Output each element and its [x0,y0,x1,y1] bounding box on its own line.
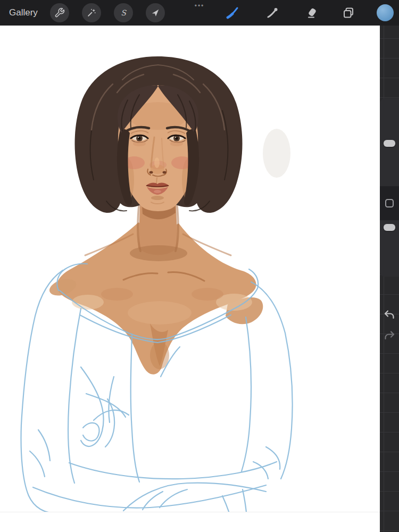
layers-icon [342,6,355,19]
selection-button[interactable]: S [114,3,133,22]
eraser-icon [306,6,319,19]
procreate-workspace: Gallery S ••• [0,0,399,532]
background-smudge [263,129,290,178]
undo-button[interactable] [383,309,396,322]
brush-size-handle[interactable] [384,140,395,147]
canvas-options-button[interactable]: ••• [190,1,209,11]
magic-wand-icon [86,7,97,18]
selection-s-glyph: S [121,9,127,17]
top-toolbar: Gallery S ••• [0,0,399,26]
modify-button[interactable] [380,186,399,220]
square-outline-icon [384,197,395,209]
canvas-artwork [0,26,380,512]
redo-button[interactable] [383,329,396,343]
undo-arrow-icon [383,309,396,322]
canvas-paint-edge [0,512,380,512]
redo-arrow-icon [383,329,396,343]
paint-tool-button[interactable] [226,6,239,19]
brush-opacity-handle[interactable] [384,224,395,231]
drawing-canvas[interactable] [0,26,380,532]
actions-button[interactable] [50,3,69,22]
paintbrush-icon [226,6,239,19]
selection-s-icon: S [118,7,129,18]
layers-button[interactable] [342,6,355,19]
brush-sidebar [380,98,399,277]
transform-arrow-icon [150,7,161,18]
erase-tool-button[interactable] [306,6,319,19]
gallery-button[interactable]: Gallery [9,0,38,26]
color-swatch[interactable] [377,4,394,21]
transform-button[interactable] [146,3,165,22]
wrench-icon [54,7,65,18]
adjustments-button[interactable] [82,3,101,22]
smudge-brush-icon [266,6,279,19]
smudge-tool-button[interactable] [266,6,279,19]
